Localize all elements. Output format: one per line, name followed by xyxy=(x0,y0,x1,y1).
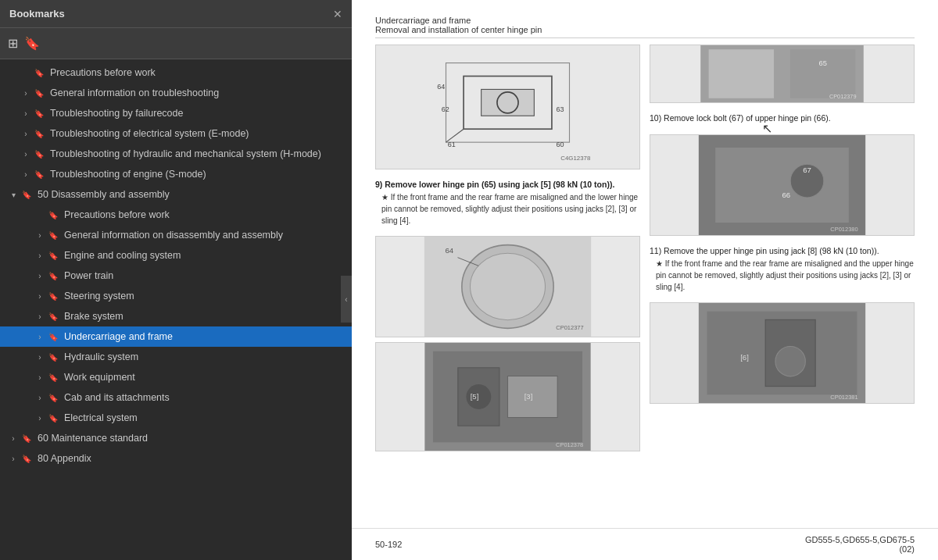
item-label-steering-system: Steering system xyxy=(64,291,345,301)
expand-btn-power-train[interactable] xyxy=(33,272,47,280)
item-label-50-disassembly: 50 Disassembly and assembly xyxy=(38,189,345,200)
item-label-general-info-troubleshooting: General information on troubleshooting xyxy=(50,87,345,98)
expand-btn-troubleshooting-engine[interactable] xyxy=(19,170,33,179)
svg-text:[3]: [3] xyxy=(524,392,533,401)
page-header-subtitle: Removal and installation of center hinge… xyxy=(375,25,915,34)
sidebar-item-troubleshooting-hydraulic[interactable]: 🔖Troubleshooting of hydraulic and mechan… xyxy=(0,144,352,164)
step11-text: 11) Remove the upper hinge pin using jac… xyxy=(650,245,915,293)
bookmark-icon-general-info-troubleshooting: 🔖 xyxy=(33,89,45,98)
expand-btn-cab-attachments[interactable] xyxy=(33,394,47,402)
sidebar-item-troubleshooting-electrical[interactable]: 🔖Troubleshooting of electrical system (E… xyxy=(0,123,352,144)
sidebar-title: Bookmarks xyxy=(9,8,65,20)
sidebar-item-general-info-disassembly[interactable]: 🔖General information on disassembly and … xyxy=(0,225,352,245)
diagram-top-left: 61 60 64 62 63 C4G12378 xyxy=(375,45,640,169)
photo-bottom-right: [6] CP012381 xyxy=(650,302,915,404)
expand-btn-general-info-troubleshooting[interactable] xyxy=(19,89,33,98)
bookmark-icon[interactable]: 🔖 xyxy=(24,36,40,51)
svg-rect-32 xyxy=(715,148,849,223)
photo-bottom-left: [5] [3] CP012378 xyxy=(375,342,640,451)
item-label-80-appendix: 80 Appendix xyxy=(38,453,345,464)
collapse-handle[interactable]: ‹ xyxy=(341,276,352,323)
svg-text:62: 62 xyxy=(442,105,449,113)
bookmark-icon-hydraulic-system: 🔖 xyxy=(47,353,59,362)
expand-btn-engine-cooling[interactable] xyxy=(33,251,47,260)
step10-text: 10) Remove lock bolt (67) of upper hinge… xyxy=(650,112,915,125)
svg-rect-3 xyxy=(482,89,535,116)
expand-btn-60-maintenance[interactable] xyxy=(6,434,20,443)
svg-text:66: 66 xyxy=(782,191,791,199)
bookmark-icon-80-appendix: 🔖 xyxy=(20,455,33,463)
sidebar-item-50-disassembly[interactable]: 🔖50 Disassembly and assembly xyxy=(0,184,352,205)
bookmark-icon-60-maintenance: 🔖 xyxy=(20,434,33,443)
svg-rect-27 xyxy=(709,49,774,98)
expand-btn-work-equipment[interactable] xyxy=(33,373,47,382)
svg-text:CP012381: CP012381 xyxy=(830,393,857,400)
svg-rect-28 xyxy=(790,49,855,98)
sidebar-item-electrical-system[interactable]: 🔖Electrical system xyxy=(0,408,352,428)
bookmark-icon-precautions-before-work-1: 🔖 xyxy=(33,69,45,77)
bookmark-icon-power-train: 🔖 xyxy=(47,272,59,280)
step11-note: ★ If the front frame and the rear frame … xyxy=(656,258,915,293)
step9-text: 9) Remove lower hinge pin (65) using jac… xyxy=(375,179,640,226)
bookmark-icon-precautions-before-work-2: 🔖 xyxy=(47,211,59,219)
svg-text:CP012380: CP012380 xyxy=(830,225,857,232)
sidebar: Bookmarks ✕ ⊞ 🔖 🔖Precautions before work… xyxy=(0,0,352,560)
layout-icon[interactable]: ⊞ xyxy=(8,36,18,51)
bookmark-icon-work-equipment: 🔖 xyxy=(47,373,59,382)
sidebar-toolbar: ⊞ 🔖 xyxy=(0,28,352,59)
sidebar-item-precautions-before-work-2[interactable]: 🔖Precautions before work xyxy=(0,205,352,225)
bookmark-icon-electrical-system: 🔖 xyxy=(47,414,59,423)
expand-btn-50-disassembly[interactable] xyxy=(6,191,20,199)
sidebar-item-cab-attachments[interactable]: 🔖Cab and its attachments xyxy=(0,387,352,408)
item-label-general-info-disassembly: General information on disassembly and a… xyxy=(64,230,345,241)
pdf-page: Undercarriage and frame Removal and inst… xyxy=(352,0,938,528)
sidebar-item-hydraulic-system[interactable]: 🔖Hydraulic system xyxy=(0,347,352,367)
expand-btn-steering-system[interactable] xyxy=(33,292,47,301)
diagram-mid-left: 64 CP012377 xyxy=(375,236,640,337)
item-label-brake-system: Brake system xyxy=(64,311,345,322)
expand-btn-troubleshooting-hydraulic[interactable] xyxy=(19,150,33,159)
model-info: GD555-5,GD655-5,GD675-5 (02) xyxy=(805,535,915,554)
sidebar-content: 🔖Precautions before work🔖General informa… xyxy=(0,59,352,560)
item-label-60-maintenance: 60 Maintenance standard xyxy=(38,433,345,444)
bookmark-icon-50-disassembly: 🔖 xyxy=(20,191,33,199)
sidebar-item-precautions-before-work-1[interactable]: 🔖Precautions before work xyxy=(0,62,352,83)
item-label-precautions-before-work-1: Precautions before work xyxy=(50,67,345,78)
expand-btn-troubleshooting-electrical[interactable] xyxy=(19,130,33,138)
item-label-troubleshooting-engine: Troubleshooting of engine (S-mode) xyxy=(50,169,345,180)
bookmark-icon-steering-system: 🔖 xyxy=(47,292,59,301)
photo-top-right-bot: 67 66 CP012380 xyxy=(650,134,915,236)
sidebar-item-steering-system[interactable]: 🔖Steering system xyxy=(0,286,352,306)
close-icon[interactable]: ✕ xyxy=(333,9,342,20)
photo-top-right-top: 65 CP012379 xyxy=(650,45,915,103)
expand-btn-troubleshooting-failurecode[interactable] xyxy=(19,109,33,118)
expand-btn-electrical-system[interactable] xyxy=(33,414,47,423)
sidebar-item-80-appendix[interactable]: 🔖80 Appendix xyxy=(0,448,352,469)
item-label-troubleshooting-hydraulic: Troubleshooting of hydraulic and mechani… xyxy=(50,148,345,159)
sidebar-item-power-train[interactable]: 🔖Power train xyxy=(0,266,352,286)
main-content: Undercarriage and frame Removal and inst… xyxy=(352,0,938,560)
sidebar-item-60-maintenance[interactable]: 🔖60 Maintenance standard xyxy=(0,428,352,448)
expand-btn-80-appendix[interactable] xyxy=(6,455,20,463)
sidebar-item-engine-cooling[interactable]: 🔖Engine and cooling system xyxy=(0,245,352,266)
expand-btn-general-info-disassembly[interactable] xyxy=(33,231,47,240)
sidebar-item-brake-system[interactable]: 🔖Brake system xyxy=(0,306,352,326)
sidebar-item-troubleshooting-engine[interactable]: 🔖Troubleshooting of engine (S-mode) xyxy=(0,164,352,184)
bookmark-icon-troubleshooting-engine: 🔖 xyxy=(33,170,45,179)
item-label-troubleshooting-electrical: Troubleshooting of electrical system (E-… xyxy=(50,128,345,139)
expand-btn-undercarriage-frame[interactable] xyxy=(33,333,47,341)
svg-text:63: 63 xyxy=(557,105,564,113)
sidebar-item-work-equipment[interactable]: 🔖Work equipment xyxy=(0,367,352,387)
page-footer: 50-192 GD555-5,GD655-5,GD675-5 (02) xyxy=(352,528,938,560)
sidebar-item-undercarriage-frame[interactable]: 🔖Undercarriage and frame xyxy=(0,326,352,347)
sidebar-item-general-info-troubleshooting[interactable]: 🔖General information on troubleshooting xyxy=(0,83,352,103)
item-label-cab-attachments: Cab and its attachments xyxy=(64,392,345,403)
item-label-troubleshooting-failurecode: Troubleshooting by failurecode xyxy=(50,108,345,119)
expand-btn-brake-system[interactable] xyxy=(33,312,47,321)
sidebar-item-troubleshooting-failurecode[interactable]: 🔖Troubleshooting by failurecode xyxy=(0,103,352,123)
bookmark-icon-cab-attachments: 🔖 xyxy=(47,394,59,402)
expand-btn-hydraulic-system[interactable] xyxy=(33,353,47,362)
page-header: Undercarriage and frame Removal and inst… xyxy=(375,16,915,38)
svg-text:64: 64 xyxy=(437,83,445,91)
right-column: 65 CP012379 10) Remove lock bolt (67) of… xyxy=(650,45,915,451)
